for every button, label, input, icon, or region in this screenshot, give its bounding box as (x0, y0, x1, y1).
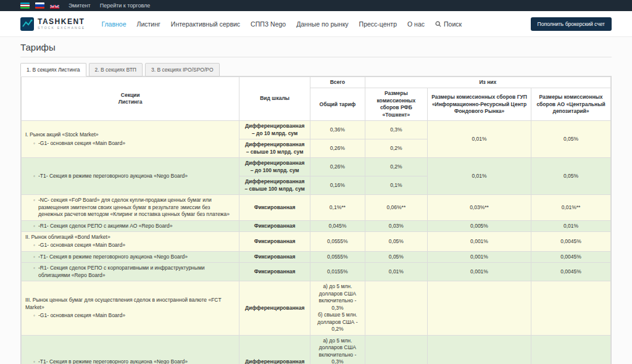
section-item-label: -G1- основная секция «Main Board» (38, 312, 125, 319)
scale-type-cell: Дифференцированная – свыше 100 млрд. сум (239, 176, 310, 195)
gup-fee-cell (427, 281, 531, 335)
section-item: ◦-R1- Секция сделок РЕПО с корпоративным… (25, 265, 235, 279)
section-item: ◦-T1- Секция в режиме переговорного аукц… (25, 254, 235, 260)
search-icon (435, 21, 441, 27)
depository-fee-cell: 0,0045% (531, 251, 611, 262)
bullet-icon: ◦ (33, 223, 35, 230)
nav-item-interactive-service[interactable]: Интерактивный сервис (171, 20, 240, 28)
rfb-fee-cell: 0,01% (365, 263, 427, 281)
gb-flag[interactable] (50, 2, 59, 9)
nav-item-listing[interactable]: Листинг (137, 20, 160, 28)
section-item: ◦-R1- Секция сделок РЕПО с акциями АО «R… (25, 223, 235, 230)
bullet-icon: ◦ (33, 197, 35, 218)
bullet-icon: ◦ (33, 242, 35, 249)
search-link[interactable]: Поиск (435, 20, 462, 28)
bullet-icon: ◦ (33, 140, 35, 147)
section-item-label: -T1- Секция в режиме переговорного аукци… (38, 254, 188, 260)
tariff-tabs: 1. В секциях Листинга 2. В секциях ВТП 3… (20, 63, 612, 76)
nav-item-market-data[interactable]: Данные по рынку (296, 20, 348, 28)
depository-fee-cell (531, 335, 611, 364)
tab-ipo-spo-po-sections[interactable]: 3. В секциях IPO/SPO/PO (145, 63, 220, 77)
col-header-depository-fees: Размеры комиссионных сборов АО «Централь… (531, 88, 611, 121)
tariff-row: ◦-T1- Секция в режиме переговорного аукц… (22, 335, 611, 364)
gup-fee-cell: 0,001% (427, 231, 531, 251)
section-item: ◦-T1- Секция в режиме переговорного аукц… (25, 173, 235, 180)
scale-type-cell: Фиксированная (239, 231, 310, 251)
section-title: III. Рынок ценных бумаг для осуществлени… (25, 297, 235, 311)
section-cell: I. Рынок акций «Stock Market»◦-G1- основ… (22, 121, 239, 158)
section-cell: ◦-NC- секция «FoP Board» для сделок купл… (22, 195, 239, 220)
scale-type-cell: Фиксированная (239, 195, 310, 220)
section-item: ◦-G1- основная секция «Main Board» (25, 140, 235, 147)
logo-text: TASHKENT STOCK EXCHANGE (38, 18, 85, 30)
section-item-label: -G1- основная секция «Main Board» (38, 140, 125, 147)
rfb-fee-cell: 0,05% (365, 231, 427, 251)
total-tariff-cell: 0,045% (310, 220, 365, 231)
section-title: II. Рынок облигаций «Bond Market» (25, 234, 235, 241)
total-tariff-cell: 0,26% (310, 139, 365, 158)
section-item-label: -T1- Секция в режиме переговорного аукци… (38, 358, 188, 364)
scale-type-cell: Дифференцированная (239, 335, 310, 364)
rfb-fee-cell: 0,2% (365, 139, 427, 158)
main-nav: Главное Листинг Интерактивный сервис СПП… (101, 20, 462, 28)
page-title: Тарифы (20, 42, 612, 57)
ru-flag[interactable] (35, 2, 44, 9)
tariff-row: III. Рынок ценных бумаг для осуществлени… (22, 281, 611, 335)
depository-fee-cell: 0,0045% (531, 231, 611, 251)
tariff-row: ◦-T1- Секция в режиме переговорного аукц… (22, 251, 611, 262)
section-cell: ◦-T1- Секция в режиме переговорного аукц… (22, 158, 239, 195)
tab-vtp-sections[interactable]: 2. В секциях ВТП (89, 63, 143, 77)
logo[interactable]: TASHKENT STOCK EXCHANGE (20, 17, 85, 31)
tariff-row: ◦-R1- Секция сделок РЕПО с корпоративным… (22, 263, 611, 281)
tab-listing-sections[interactable]: 1. В секциях Листинга (20, 63, 86, 77)
topup-brokerage-account-button[interactable]: Пополнить брокерский счет (531, 17, 612, 31)
search-label: Поиск (444, 20, 462, 28)
depository-fee-cell (531, 281, 611, 335)
rfb-fee-cell: 0,03% (365, 220, 427, 231)
tariff-row: II. Рынок облигаций «Bond Market»◦-G1- о… (22, 231, 611, 251)
total-tariff-cell: 0,16% (310, 176, 365, 195)
rfb-fee-cell (365, 335, 427, 364)
section-item-label: -R1- Секция сделок РЕПО с акциями АО «Re… (38, 223, 173, 230)
rfb-fee-cell: 0,2% (365, 158, 427, 176)
depository-fee-cell: 0,05% (531, 121, 611, 158)
tariff-row: I. Рынок акций «Stock Market»◦-G1- основ… (22, 121, 611, 139)
section-item: ◦-T1- Секция в режиме переговорного аукц… (25, 358, 235, 364)
gup-fee-cell: 0,03%** (427, 195, 531, 220)
nav-item-about[interactable]: О нас (407, 20, 425, 28)
emitent-link[interactable]: Эмитент (69, 2, 91, 9)
section-cell: ◦-R1- Секция сделок РЕПО с акциями АО «R… (22, 220, 239, 231)
col-header-gup-fees: Размеры комиссионных сборов ГУП «Информа… (427, 88, 531, 121)
uz-flag[interactable] (20, 2, 30, 9)
logo-icon (20, 17, 34, 31)
section-cell: ◦-T1- Секция в режиме переговорного аукц… (22, 251, 239, 262)
section-item-label: -R1- Секция сделок РЕПО с корпоративными… (38, 265, 235, 279)
section-item: ◦-G1- основная секция «Main Board» (25, 242, 235, 249)
scale-type-cell: Дифференцированная (239, 281, 310, 335)
topbar: Эмитент Перейти к торговле (0, 0, 632, 11)
gup-fee-cell (427, 335, 531, 364)
nav-item-glavnoe[interactable]: Главное (101, 20, 126, 28)
col-header-detail-group: Из них (365, 77, 610, 88)
col-header-total-group: Всего (310, 77, 365, 88)
section-cell: III. Рынок ценных бумаг для осуществлени… (22, 281, 239, 335)
bullet-icon: ◦ (33, 265, 35, 279)
tariff-table-body: I. Рынок акций «Stock Market»◦-G1- основ… (22, 121, 611, 364)
table-header-row-1: Секции Листинга Вид шкалы Всего Из них (22, 77, 611, 88)
section-title: I. Рынок акций «Stock Market» (25, 131, 235, 138)
depository-fee-cell: 0,0045% (531, 263, 611, 281)
nav-item-sppz-nego[interactable]: СППЗ Nego (251, 20, 286, 28)
main-header: TASHKENT STOCK EXCHANGE Главное Листинг … (0, 11, 632, 37)
nav-item-press-center[interactable]: Пресс-центр (359, 20, 397, 28)
scale-type-cell: Дифференцированная – до 10 млрд. сум (239, 121, 310, 139)
go-to-trading-link[interactable]: Перейти к торговле (100, 2, 151, 9)
section-item: ◦-NC- секция «FoP Board» для сделок купл… (25, 197, 235, 218)
scale-type-cell: Фиксированная (239, 251, 310, 262)
gup-fee-cell: 0,001% (427, 251, 531, 262)
gup-fee-cell: 0,01% (427, 158, 531, 195)
section-item-label: -NC- секция «FoP Board» для сделок купли… (38, 197, 235, 218)
bullet-icon: ◦ (33, 254, 35, 260)
section-item: ◦-G1- основная секция «Main Board» (25, 312, 235, 319)
rfb-fee-cell: 0,05% (365, 251, 427, 262)
rfb-fee-cell: 0,1% (365, 176, 427, 195)
